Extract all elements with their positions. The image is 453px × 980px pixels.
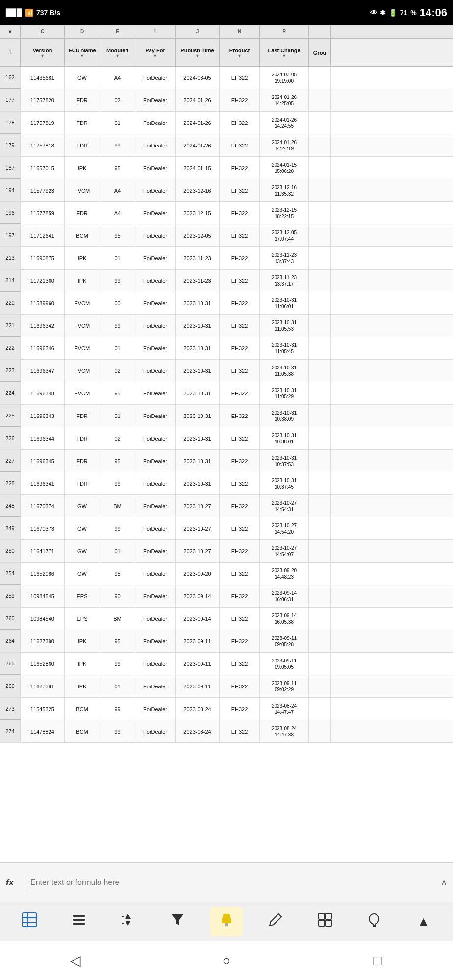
row-num: 266 (0, 675, 21, 697)
formula-input[interactable] (30, 878, 436, 887)
cell-moduled: 99 (100, 517, 135, 539)
table-row[interactable]: 222 11696346 FVCM 01 ForDealer 2023-10-3… (0, 337, 453, 360)
header-product[interactable]: Product ▼ (220, 39, 260, 67)
table-row[interactable]: 227 11696345 FDR 95 ForDealer 2023-10-31… (0, 450, 453, 472)
home-button[interactable]: ○ (207, 946, 246, 976)
cell-moduled: 95 (100, 563, 135, 585)
cell-last-change: 2023-10-31 10:37:45 (260, 472, 309, 494)
header-moduled[interactable]: Moduled ▼ (100, 39, 135, 67)
row-num: 264 (0, 630, 21, 652)
row-num: 213 (0, 247, 21, 269)
cell-ecu-name: FDR (65, 472, 100, 494)
recent-button[interactable]: □ (358, 946, 397, 976)
cell-pay-for: ForDealer (135, 653, 176, 675)
header-pay-for[interactable]: Pay For ▼ (135, 39, 176, 67)
col-I-letter[interactable]: I (135, 25, 176, 38)
table-row[interactable]: 248 11670374 GW BM ForDealer 2023-10-27 … (0, 495, 453, 517)
col-D-letter[interactable]: D (65, 25, 100, 38)
col-P-letter[interactable]: P (260, 25, 309, 38)
table-row[interactable]: 178 11757819 FDR 01 ForDealer 2024-01-26… (0, 112, 453, 134)
table-row[interactable]: 250 11641771 GW 01 ForDealer 2023-10-27 … (0, 540, 453, 563)
table-row[interactable]: 214 11721360 IPK 99 ForDealer 2023-11-23… (0, 270, 453, 292)
table-row[interactable]: 196 11577859 FDR A4 ForDealer 2023-12-15… (0, 202, 453, 224)
fx-collapse-icon[interactable]: ∧ (441, 877, 447, 888)
toolbar-pen-btn[interactable] (259, 907, 292, 936)
col-grp-letter[interactable] (309, 25, 331, 38)
table-row[interactable]: 221 11696342 FVCM 99 ForDealer 2023-10-3… (0, 315, 453, 337)
cell-publish-time: 2023-12-16 (176, 179, 220, 201)
cell-publish-time: 2023-09-14 (176, 608, 220, 630)
cell-last-change: 2023-10-31 10:38:09 (260, 405, 309, 427)
table-row[interactable]: 225 11696343 FDR 01 ForDealer 2023-10-31… (0, 405, 453, 427)
header-publish-time[interactable]: Publish Time ▼ (176, 39, 220, 67)
header-version[interactable]: Version ▼ (21, 39, 65, 67)
table-row[interactable]: 220 11589960 FVCM 00 ForDealer 2023-10-3… (0, 292, 453, 315)
header-last-change[interactable]: Last Change ▼ (260, 39, 309, 67)
cell-group (309, 89, 331, 111)
table-row[interactable]: 197 11712641 BCM 95 ForDealer 2023-12-05… (0, 224, 453, 247)
cell-ecu-name: FVCM (65, 360, 100, 382)
cell-group (309, 405, 331, 427)
cell-moduled: 01 (100, 675, 135, 697)
toolbar-lamp-btn[interactable] (358, 907, 390, 936)
cell-product: EH322 (220, 405, 260, 427)
table-row[interactable]: 187 11657015 IPK 95 ForDealer 2024-01-15… (0, 157, 453, 179)
table-row[interactable]: 273 11545325 BCM 99 ForDealer 2023-08-24… (0, 698, 453, 720)
cell-ecu-name: GW (65, 495, 100, 517)
table-row[interactable]: 266 11627381 IPK 01 ForDealer 2023-09-11… (0, 675, 453, 698)
toolbar-grid-btn[interactable] (309, 907, 341, 936)
row-num: 220 (0, 292, 21, 314)
table-row[interactable]: 179 11757818 FDR 99 ForDealer 2024-01-26… (0, 134, 453, 157)
table-row[interactable]: 260 10984540 EPS BM ForDealer 2023-09-14… (0, 608, 453, 630)
toolbar-highlight-btn[interactable] (210, 907, 243, 936)
table-row[interactable]: 162 11435681 GW A4 ForDealer 2024-03-05 … (0, 67, 453, 89)
back-button[interactable]: ◁ (56, 946, 95, 976)
table-row[interactable]: 254 11652086 GW 95 ForDealer 2023-09-20 … (0, 563, 453, 585)
cell-last-change: 2023-11-23 13:37:17 (260, 270, 309, 292)
cell-moduled: 01 (100, 540, 135, 562)
table-row[interactable]: 194 11577923 FVCM A4 ForDealer 2023-12-1… (0, 179, 453, 202)
col-N-letter[interactable]: N (220, 25, 260, 38)
table-row[interactable]: 249 11670373 GW 99 ForDealer 2023-10-27 … (0, 517, 453, 540)
header-ecu-name[interactable]: ECU Name ▼ (65, 39, 100, 67)
toolbar-table-btn[interactable] (13, 907, 46, 936)
table-row[interactable]: 177 11757820 FDR 02 ForDealer 2024-01-26… (0, 89, 453, 112)
col-J-letter[interactable]: J (176, 25, 220, 38)
cell-moduled: 95 (100, 382, 135, 404)
table-row[interactable]: 265 11652860 IPK 99 ForDealer 2023-09-11… (0, 653, 453, 675)
table-row[interactable]: 259 10984545 EPS 90 ForDealer 2023-09-14… (0, 585, 453, 608)
toolbar-up-btn[interactable]: ▲ (407, 907, 440, 936)
toolbar-filter-btn[interactable] (161, 907, 194, 936)
cell-last-change: 2023-10-31 10:37:53 (260, 450, 309, 472)
row-num: 248 (0, 495, 21, 517)
svg-marker-13 (222, 914, 231, 921)
row-num: 260 (0, 608, 21, 630)
sort-icon (120, 912, 136, 931)
table-row[interactable]: 274 11478824 BCM 99 ForDealer 2023-08-24… (0, 720, 453, 743)
cell-last-change: 2023-09-11 09:02:29 (260, 675, 309, 697)
cell-group (309, 157, 331, 179)
table-row[interactable]: 226 11696344 FDR 02 ForDealer 2023-10-31… (0, 427, 453, 450)
cell-product: EH322 (220, 450, 260, 472)
cell-publish-time: 2023-09-11 (176, 630, 220, 652)
cell-moduled: 00 (100, 292, 135, 314)
table-row[interactable]: 224 11696348 FVCM 95 ForDealer 2023-10-3… (0, 382, 453, 405)
signal-icon: ▉▉▉ (6, 9, 22, 17)
cell-group (309, 112, 331, 134)
header-group[interactable]: Grou (309, 39, 331, 67)
cell-pay-for: ForDealer (135, 450, 176, 472)
table-row[interactable]: 228 11696341 FDR 99 ForDealer 2023-10-31… (0, 472, 453, 495)
cell-pay-for: ForDealer (135, 157, 176, 179)
cell-pay-for: ForDealer (135, 89, 176, 111)
cell-pay-for: ForDealer (135, 67, 176, 89)
cell-product: EH322 (220, 247, 260, 269)
toolbar-sort-btn[interactable] (112, 907, 144, 936)
col-C-letter[interactable]: C (21, 25, 65, 38)
cell-pay-for: ForDealer (135, 270, 176, 292)
cell-ecu-name: FVCM (65, 382, 100, 404)
table-row[interactable]: 223 11696347 FVCM 02 ForDealer 2023-10-3… (0, 360, 453, 382)
table-row[interactable]: 213 11690875 IPK 01 ForDealer 2023-11-23… (0, 247, 453, 270)
table-row[interactable]: 264 11627390 IPK 95 ForDealer 2023-09-11… (0, 630, 453, 653)
col-E-letter[interactable]: E (100, 25, 135, 38)
toolbar-list-btn[interactable] (63, 907, 95, 936)
